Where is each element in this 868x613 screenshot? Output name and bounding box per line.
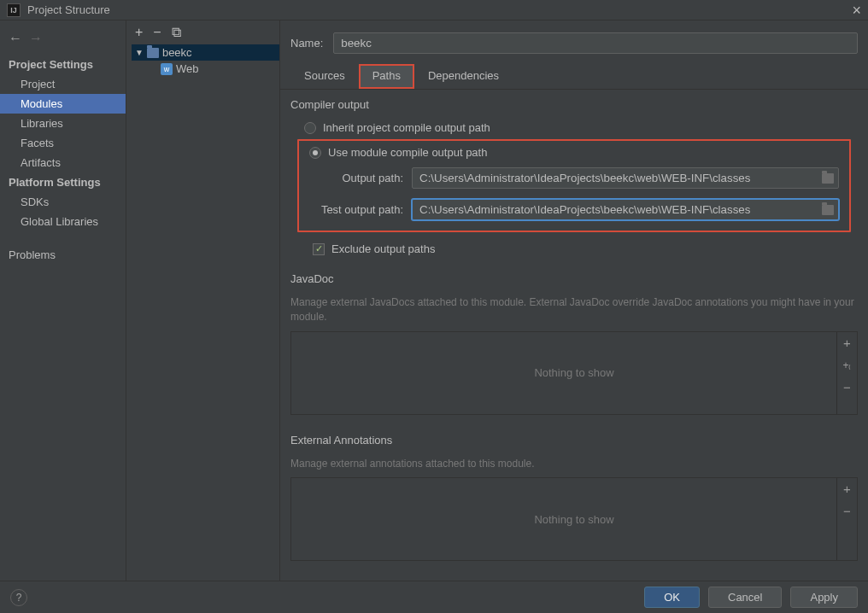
tabs: Sources Paths Dependencies	[280, 64, 868, 90]
radio-inherit[interactable]	[304, 122, 316, 134]
javadoc-add-icon[interactable]: +	[840, 336, 855, 351]
nav-modules[interactable]: Modules	[0, 94, 126, 114]
javadoc-side-buttons: + +₍ −	[836, 332, 857, 414]
cancel-button[interactable]: Cancel	[708, 587, 782, 608]
content-panel: Name: Sources Paths Dependencies Compile…	[280, 20, 868, 581]
radio-module[interactable]	[309, 147, 321, 159]
annotations-add-icon[interactable]: +	[840, 482, 855, 497]
web-icon: w	[161, 63, 173, 75]
module-compile-label: Use module compile output path	[328, 146, 487, 159]
tree-module-root[interactable]: ▼ beekc	[132, 44, 279, 61]
javadoc-empty-label: Nothing to show	[534, 366, 613, 379]
annotations-remove-icon[interactable]: −	[840, 504, 855, 519]
close-icon[interactable]: ×	[852, 3, 861, 18]
tab-sources[interactable]: Sources	[290, 64, 359, 89]
app-icon: IJ	[7, 3, 21, 17]
nav-global-libraries[interactable]: Global Libraries	[0, 212, 126, 231]
copy-icon[interactable]: ⧉	[172, 26, 181, 39]
tab-paths[interactable]: Paths	[359, 64, 414, 89]
test-output-path-wrap	[412, 199, 839, 220]
main-area: ← → Project Settings Project Modules Lib…	[0, 20, 868, 581]
nav-project[interactable]: Project	[0, 74, 126, 94]
inherit-label: Inherit project compile output path	[323, 121, 490, 134]
annotations-empty-label: Nothing to show	[534, 513, 613, 526]
javadoc-list[interactable]: Nothing to show + +₍ −	[290, 331, 858, 415]
title-bar: IJ Project Structure ×	[0, 0, 868, 20]
apply-button[interactable]: Apply	[790, 587, 858, 608]
nav-arrows: ← →	[0, 27, 126, 55]
name-row: Name:	[280, 27, 868, 64]
annotations-section-label: External Annotations	[290, 434, 858, 447]
forward-icon[interactable]: →	[29, 31, 43, 46]
tree-web-facet[interactable]: w Web	[132, 61, 279, 77]
module-tree-panel: + − ⧉ ▼ beekc w Web	[126, 20, 280, 581]
highlight-box: Use module compile output path Output pa…	[297, 139, 851, 232]
module-radio-row[interactable]: Use module compile output path	[302, 143, 846, 162]
name-label: Name:	[290, 37, 323, 50]
annotations-side-buttons: + −	[836, 478, 857, 560]
section-project-settings: Project Settings	[0, 55, 126, 74]
help-icon[interactable]: ?	[10, 589, 27, 606]
compiler-section-label: Compiler output	[290, 98, 858, 111]
settings-sidebar: ← → Project Settings Project Modules Lib…	[0, 20, 126, 581]
add-icon[interactable]: +	[135, 26, 143, 39]
output-browse-icon[interactable]	[822, 173, 834, 184]
nav-sdks[interactable]: SDKs	[0, 192, 126, 212]
back-icon[interactable]: ←	[9, 31, 22, 46]
inherit-radio-row[interactable]: Inherit project compile output path	[290, 118, 858, 137]
module-folder-icon	[147, 48, 159, 58]
test-output-path-label: Test output path:	[309, 203, 403, 216]
nav-facets[interactable]: Facets	[0, 133, 126, 153]
output-path-input[interactable]	[412, 167, 839, 189]
exclude-check-row[interactable]: ✓ Exclude output paths	[290, 237, 858, 260]
annotations-list[interactable]: Nothing to show + −	[290, 477, 858, 561]
tab-dependencies[interactable]: Dependencies	[414, 64, 513, 89]
remove-icon[interactable]: −	[153, 26, 161, 39]
javadoc-add-url-icon[interactable]: +₍	[840, 358, 855, 373]
exclude-checkbox[interactable]: ✓	[313, 243, 325, 255]
javadoc-desc: Manage external JavaDocs attached to thi…	[290, 292, 858, 331]
nav-libraries[interactable]: Libraries	[0, 114, 126, 133]
expand-icon[interactable]: ▼	[135, 48, 144, 57]
tree-toolbar: + − ⧉	[126, 20, 279, 44]
module-tree: ▼ beekc w Web	[126, 44, 279, 77]
output-path-row: Output path:	[302, 162, 846, 194]
test-output-browse-icon[interactable]	[822, 205, 834, 215]
nav-problems[interactable]: Problems	[0, 245, 126, 265]
javadoc-section-label: JavaDoc	[290, 272, 858, 285]
module-name-label: beekc	[162, 46, 192, 59]
output-path-wrap	[412, 167, 839, 189]
output-path-label: Output path:	[309, 172, 403, 184]
section-platform-settings: Platform Settings	[0, 172, 126, 192]
nav-artifacts[interactable]: Artifacts	[0, 153, 126, 172]
test-output-path-input[interactable]	[412, 199, 839, 220]
ok-button[interactable]: OK	[644, 587, 700, 608]
content-scroll[interactable]: Compiler output Inherit project compile …	[280, 90, 868, 581]
exclude-label: Exclude output paths	[331, 242, 435, 255]
footer: ? OK Cancel Apply	[0, 581, 868, 613]
window-title: Project Structure	[27, 3, 110, 16]
annotations-desc: Manage external annotations attached to …	[290, 453, 858, 478]
test-output-path-row: Test output path:	[302, 194, 846, 225]
web-facet-label: Web	[176, 62, 199, 75]
name-input[interactable]	[333, 32, 858, 54]
javadoc-remove-icon[interactable]: −	[840, 380, 855, 395]
